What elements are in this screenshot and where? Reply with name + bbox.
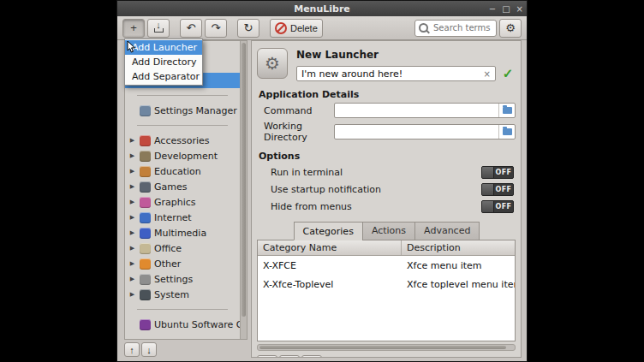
education-icon [140,166,151,177]
move-up-button[interactable]: ↑ [124,342,140,357]
run-in-terminal-label: Run in terminal [271,167,481,178]
scrollbar-thumb[interactable] [242,43,246,317]
remove-category-button[interactable]: − [279,355,300,358]
maximize-button[interactable]: □ [502,4,510,14]
expander-icon[interactable]: ▶ [128,214,136,221]
confirm-check-button[interactable]: ✓ [500,66,516,81]
undo-button[interactable]: ↶ [180,19,202,38]
launcher-icon-button[interactable]: ⚙ [257,48,288,79]
delete-icon [275,22,287,34]
menu-item-add-directory[interactable]: Add Directory [125,55,202,69]
expander-icon[interactable]: ▶ [128,199,136,205]
table-row[interactable]: X-XFCE Xfce menu item [258,256,515,275]
refresh-button[interactable]: ↻ [237,19,259,38]
redo-button[interactable]: ↷ [205,19,227,38]
sidebar-item-internet[interactable]: ▶ Internet [125,210,240,225]
other-icon [140,258,151,270]
folder-icon [503,107,512,114]
expander-icon[interactable]: ▶ [128,137,136,144]
close-button[interactable]: × [516,4,523,14]
startup-notification-label: Use startup notification [271,184,481,195]
launcher-title: New Launcher [296,49,516,61]
workdir-browse-button[interactable] [498,125,515,139]
sidebar-item-games[interactable]: ▶ Games [125,179,240,194]
menulibre-window: MenuLibre − □ × + ↓ ↶ ↷ ↻ Delete ⚙ [116,0,528,362]
name-entry[interactable]: × [296,66,496,81]
sidebar-item-ubuntu-software-center[interactable]: Ubuntu Software Center [125,317,240,332]
titlebar[interactable]: MenuLibre − □ × [117,1,527,16]
command-entry[interactable] [334,103,516,118]
command-label: Command [264,105,334,116]
expander-icon[interactable]: ▶ [128,168,136,175]
menu-item-add-separator[interactable]: Add Separator [125,69,202,84]
delete-label: Delete [290,23,318,33]
working-directory-entry[interactable] [334,124,516,139]
expander-icon[interactable]: ▶ [128,276,136,282]
tab-advanced[interactable]: Advanced [414,222,480,240]
separator [137,125,228,126]
table-row[interactable]: X-Xfce-Toplevel Xfce toplevel menu item [258,275,515,294]
search-input[interactable] [432,22,492,33]
table-horizontal-scrollbar[interactable] [257,344,516,351]
move-down-button[interactable]: ↓ [141,342,157,357]
table-header[interactable]: Category Name Description [258,240,515,256]
command-browse-button[interactable] [498,104,515,117]
name-input[interactable] [297,68,480,80]
edit-category-button[interactable]: ▤ [301,355,322,358]
search-icon [419,23,428,33]
clear-icon[interactable]: × [480,69,495,79]
sidebar-item-system[interactable]: ▶ System [125,287,240,302]
expander-icon[interactable]: ▶ [128,260,136,267]
expander-icon[interactable]: ▶ [128,245,136,252]
sidebar-item-office[interactable]: ▶ Office [125,240,240,256]
expander-icon[interactable]: ▶ [128,152,136,159]
folder-icon [503,128,512,135]
sidebar-item-accessories[interactable]: ▶ Accessories [125,133,240,148]
accessories-icon [140,135,151,146]
sidebar-item-multimedia[interactable]: ▶ Multimedia [125,225,240,240]
sidebar-item-settings[interactable]: ▶ Settings [125,271,240,287]
search-box[interactable] [414,20,497,37]
settings-icon [140,274,151,285]
add-category-button[interactable]: + [257,355,277,358]
system-icon [140,289,151,300]
internet-icon [140,212,151,223]
editor-tabs: Categories Actions Advanced [257,222,516,240]
scrollbar-thumb[interactable] [259,346,506,349]
settings-gear-button[interactable]: ⚙ [499,19,522,38]
multimedia-icon [140,228,151,239]
categories-table[interactable]: Category Name Description X-XFCE Xfce me… [257,240,516,341]
sidebar-item-graphics[interactable]: ▶ Graphics [125,194,240,210]
tab-categories[interactable]: Categories [294,222,363,240]
settings-manager-icon [140,105,151,116]
working-directory-label: Working Directory [264,121,334,143]
startup-notification-toggle[interactable]: OFF [481,183,514,196]
mouse-cursor [127,40,137,54]
sidebar-scrollbar[interactable] [240,41,247,339]
delete-button[interactable]: Delete [270,19,323,38]
expander-icon[interactable]: ▶ [128,291,136,298]
expander-icon[interactable]: ▶ [128,183,136,190]
application-details-heading: Application Details [259,89,516,100]
menu-tree-list[interactable]: Settings Manager ▶ Accessories ▶ Develop… [125,41,240,339]
working-directory-input[interactable] [335,127,498,138]
sidebar-item-education[interactable]: ▶ Education [125,163,240,179]
sidebar-item-settings-manager[interactable]: Settings Manager [125,103,240,118]
hide-from-menus-toggle[interactable]: OFF [481,200,514,213]
expander-icon[interactable]: ▶ [128,229,136,236]
command-input[interactable] [335,105,498,116]
minimize-button[interactable]: − [489,4,496,14]
main-toolbar: + ↓ ↶ ↷ ↻ Delete ⚙ [117,16,527,40]
column-category-name[interactable]: Category Name [258,240,402,255]
sidebar-item-development[interactable]: ▶ Development [125,148,240,163]
column-description[interactable]: Description [402,240,515,255]
tab-actions[interactable]: Actions [362,222,415,240]
launcher-editor-panel: ⚙ New Launcher × ✓ Application Details C… [251,40,522,358]
software-center-icon [140,319,151,330]
run-in-terminal-toggle[interactable]: OFF [481,166,514,179]
sidebar-item-other[interactable]: ▶ Other [125,256,240,271]
add-button[interactable]: + [122,19,145,38]
toggle-knob [482,167,494,178]
reorder-buttons: ↑ ↓ [124,342,157,357]
save-button[interactable]: ↓ [147,19,170,38]
